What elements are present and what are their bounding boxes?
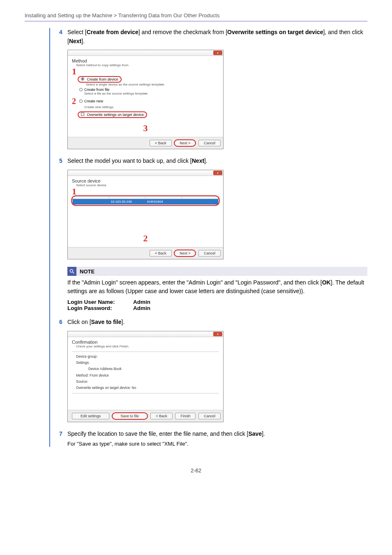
finish-button[interactable]: Finish — [175, 413, 196, 419]
step-number-6: 6 — [59, 318, 67, 326]
opt2-desc: Select a file as the source settings tem… — [84, 92, 219, 95]
step-number-5: 5 — [59, 157, 67, 165]
callout-1: 1 — [72, 67, 219, 76]
edit-settings-button[interactable]: Edit settings — [72, 413, 109, 419]
dialog-subheading: Check your settings and click Finish. — [76, 345, 219, 348]
opt3-desc: Create new settings. — [84, 105, 219, 109]
next-button[interactable]: Next > — [174, 140, 196, 146]
back-button[interactable]: < Back — [150, 413, 173, 419]
opt1-desc: Select a single device as the source set… — [86, 83, 219, 86]
step-4-text: Select [Create from device] and remove t… — [67, 28, 367, 46]
note-label: NOTE — [76, 268, 95, 275]
chk-overwrite-label: Overwrite settings on target device — [87, 113, 144, 117]
login-defaults: Login User Name:Admin Login Password:Adm… — [67, 299, 367, 311]
magnifier-icon — [67, 267, 76, 276]
note-text: If the "Admin Login" screen appears, ent… — [67, 278, 367, 296]
cancel-button[interactable]: Cancel — [198, 413, 221, 419]
conf-settings-label: Settings: — [76, 360, 90, 366]
conf-method: Method: From device — [76, 372, 215, 379]
conf-source: Source: — [76, 379, 215, 385]
dialog-subheading: Select source device. — [76, 183, 219, 187]
checkbox-overwrite[interactable] — [81, 113, 84, 116]
conf-device-group: Device group: — [76, 354, 215, 360]
callout-3: 3 — [143, 123, 148, 133]
radio-create-new[interactable] — [79, 99, 83, 103]
back-button[interactable]: < Back — [150, 250, 172, 257]
step-5-text: Select the model you want to back up, an… — [67, 157, 367, 166]
next-button[interactable]: Next > — [174, 250, 196, 257]
dialog-heading: Confirmation — [72, 340, 219, 345]
svg-point-0 — [70, 269, 73, 272]
dialog-source-device: x Source device Select source device. 1 … — [67, 170, 224, 259]
save-to-file-button[interactable]: Save to file — [112, 413, 148, 419]
cancel-button[interactable]: Cancel — [198, 140, 221, 146]
dialog-heading: Source device — [72, 178, 219, 183]
divider — [25, 21, 367, 21]
step-7-subtext: For "Save as type", make sure to select … — [67, 441, 367, 447]
callout-2: 2 — [143, 233, 148, 243]
device-ip: 10.183.50.248 — [109, 199, 146, 204]
callout-2: 2 — [72, 97, 78, 105]
breadcrumb: Installing and Setting up the Machine > … — [25, 12, 367, 21]
radio-create-from-device[interactable] — [81, 77, 84, 81]
opt-create-from-device: Create from device — [87, 77, 118, 81]
conf-settings-value: Device Address Book — [88, 366, 215, 372]
radio-create-from-file[interactable] — [79, 88, 83, 91]
dialog-heading: Method — [72, 58, 219, 63]
opt-create-from-file: Create from file — [84, 88, 110, 92]
close-icon[interactable]: x — [213, 51, 222, 55]
back-button[interactable]: < Back — [150, 140, 172, 146]
close-icon[interactable]: x — [213, 171, 222, 175]
device-serial: KHK61604 — [145, 199, 182, 204]
device-row[interactable]: 10.183.50.248 KHK61604 — [73, 199, 218, 204]
note-header: NOTE — [67, 267, 367, 276]
callout-1: 1 — [72, 187, 219, 196]
opt-create-new: Create new — [84, 99, 103, 103]
page-number: 2-62 — [25, 467, 367, 486]
dialog-confirmation: x Confirmation Check your settings and c… — [67, 331, 224, 422]
dialog-method: x Method Select method to copy settings … — [67, 50, 224, 149]
conf-overwrite: Overwrite settings on target device: No — [76, 385, 215, 391]
cancel-button[interactable]: Cancel — [198, 250, 221, 257]
step-number-4: 4 — [59, 28, 67, 37]
svg-line-1 — [73, 272, 74, 274]
step-6-text: Click on [Save to file]. — [67, 318, 367, 327]
step-number-7: 7 — [59, 430, 67, 438]
close-icon[interactable]: x — [213, 332, 222, 336]
step-7-text: Specify the location to save the file, e… — [67, 430, 367, 439]
dialog-subheading: Select method to copy settings from. — [76, 63, 219, 67]
